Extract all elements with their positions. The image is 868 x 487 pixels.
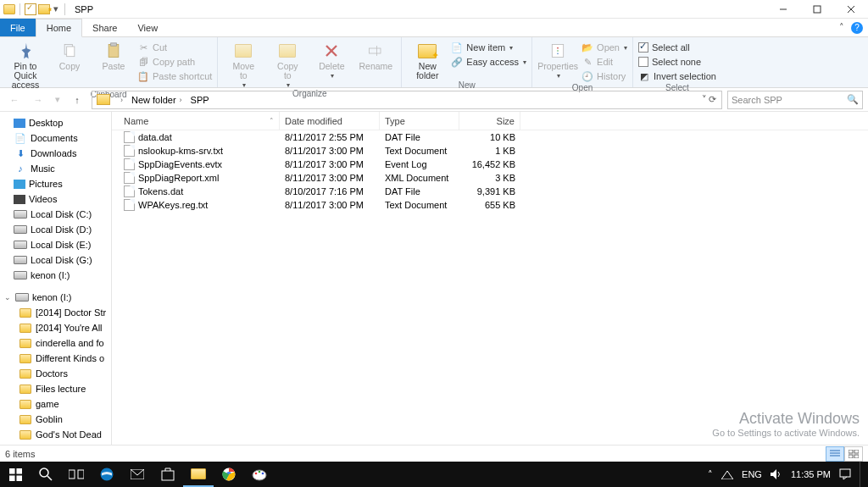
table-row[interactable]: WPAKeys.reg.txt8/11/2017 3:00 PMText Doc… bbox=[119, 198, 868, 212]
history-button[interactable]: 🕘History bbox=[581, 69, 627, 83]
tree-downloads[interactable]: ⬇Downloads bbox=[0, 146, 111, 161]
view-details-button[interactable] bbox=[826, 446, 844, 462]
tree-folder-9[interactable]: God's Not Dead bbox=[0, 427, 111, 442]
qat-properties-icon[interactable]: ✓ bbox=[25, 3, 36, 15]
breadcrumb-seg-1[interactable]: New folder› bbox=[127, 91, 186, 108]
taskbar-explorer-icon[interactable] bbox=[183, 462, 214, 487]
tree-local-disk-d[interactable]: Local Disk (D:) bbox=[0, 222, 111, 237]
rename-button[interactable]: Rename bbox=[355, 39, 396, 71]
tree-folder-6[interactable]: Files lecture bbox=[0, 381, 111, 396]
search-button[interactable] bbox=[31, 462, 61, 487]
tab-file[interactable]: File bbox=[0, 19, 36, 36]
tab-view[interactable]: View bbox=[127, 19, 168, 36]
tray-overflow-icon[interactable]: ˄ bbox=[708, 469, 713, 480]
tree-local-disk-c[interactable]: Local Disk (C:) bbox=[0, 207, 111, 222]
new-item-button[interactable]: 📄New item▾ bbox=[451, 41, 526, 54]
tree-folder-5[interactable]: Doctors bbox=[0, 366, 111, 381]
easy-access-button[interactable]: 🔗Easy access▾ bbox=[451, 55, 526, 69]
table-row[interactable]: nslookup-kms-srv.txt8/11/2017 3:00 PMTex… bbox=[119, 144, 868, 158]
taskbar-edge-icon[interactable] bbox=[92, 462, 122, 487]
file-rows[interactable]: data.dat8/11/2017 2:55 PMDAT File10 KBns… bbox=[112, 130, 868, 445]
paste-button[interactable]: Paste bbox=[93, 39, 134, 71]
tree-videos[interactable]: Videos bbox=[0, 191, 111, 207]
tree-folder-10[interactable]: HEALER bbox=[0, 442, 111, 445]
breadcrumb-seg-2[interactable]: SPP bbox=[186, 91, 214, 108]
tree-folder-4[interactable]: Different Kinds o bbox=[0, 351, 111, 366]
tree-folder-8[interactable]: Goblin bbox=[0, 412, 111, 427]
svg-rect-33 bbox=[162, 471, 174, 480]
chevron-down-icon[interactable]: ⌄ bbox=[3, 293, 12, 302]
taskbar-store-icon[interactable] bbox=[153, 462, 183, 487]
address-dropdown-icon[interactable]: ˅ bbox=[702, 94, 707, 105]
tree-kenon-i[interactable]: kenon (I:) bbox=[0, 268, 111, 283]
tree-local-disk-g[interactable]: Local Disk (G:) bbox=[0, 252, 111, 268]
qat-newfolder-icon[interactable]: * bbox=[38, 4, 50, 14]
tab-home[interactable]: Home bbox=[36, 19, 82, 37]
copy-path-button[interactable]: 🗐Copy path bbox=[137, 55, 212, 69]
column-name[interactable]: Name˄ bbox=[119, 112, 280, 130]
select-all-button[interactable]: Select all bbox=[638, 41, 716, 54]
tree-music[interactable]: ♪Music bbox=[0, 161, 111, 176]
back-button[interactable]: ← bbox=[5, 91, 24, 109]
invert-selection-button[interactable]: ◩Invert selection bbox=[638, 69, 716, 83]
tray-clock[interactable]: 11:35 PM bbox=[791, 469, 831, 479]
tree-local-disk-e[interactable]: Local Disk (E:) bbox=[0, 237, 111, 252]
tree-folder-1[interactable]: [2014] Doctor Str bbox=[0, 305, 111, 320]
tab-share[interactable]: Share bbox=[82, 19, 127, 36]
show-desktop-button[interactable] bbox=[860, 462, 865, 487]
cut-button[interactable]: ✂Cut bbox=[137, 41, 212, 54]
new-folder-button[interactable]: ✦New folder bbox=[407, 39, 448, 80]
tray-volume-icon[interactable] bbox=[771, 469, 782, 479]
task-view-button[interactable] bbox=[61, 462, 92, 487]
tree-folder-7[interactable]: game bbox=[0, 396, 111, 412]
pin-to-quick-access-button[interactable]: Pin to Quick access bbox=[5, 39, 46, 90]
forward-button[interactable]: → bbox=[29, 91, 47, 109]
refresh-icon[interactable]: ⟳ bbox=[709, 94, 716, 105]
table-row[interactable]: SppDiagEvents.evtx8/11/2017 3:00 PMEvent… bbox=[119, 158, 868, 171]
tree-folder-2[interactable]: [2014] You're All bbox=[0, 320, 111, 335]
pictures-icon bbox=[14, 180, 25, 189]
table-row[interactable]: SppDiagReport.xml8/11/2017 3:00 PMXML Do… bbox=[119, 171, 868, 185]
app-icon[interactable] bbox=[3, 4, 15, 14]
close-button[interactable] bbox=[834, 0, 868, 19]
recent-locations-button[interactable]: ▾ bbox=[53, 91, 63, 109]
help-icon[interactable]: ? bbox=[851, 22, 863, 34]
tray-language[interactable]: ENG bbox=[742, 469, 762, 479]
open-button[interactable]: 📂Open▾ bbox=[581, 41, 627, 54]
column-size[interactable]: Size bbox=[459, 112, 520, 130]
column-type[interactable]: Type bbox=[380, 112, 459, 130]
table-row[interactable]: Tokens.dat8/10/2017 7:16 PMDAT File9,391… bbox=[119, 185, 868, 198]
select-none-button[interactable]: Select none bbox=[638, 55, 716, 69]
breadcrumb[interactable]: › New folder› SPP ˅⟳ bbox=[92, 91, 722, 109]
tree-desktop[interactable]: Desktop bbox=[0, 115, 111, 130]
copy-to-button[interactable]: Copy to▾ bbox=[267, 39, 308, 89]
taskbar-chrome-icon[interactable] bbox=[214, 462, 244, 487]
maximize-button[interactable] bbox=[800, 0, 834, 19]
start-button[interactable] bbox=[0, 462, 31, 487]
copy-button[interactable]: Copy bbox=[49, 39, 90, 71]
tree-kenon-i-expanded[interactable]: ⌄kenon (I:) bbox=[0, 290, 111, 305]
minimize-button[interactable] bbox=[766, 0, 800, 19]
tree-documents[interactable]: 📄Documents bbox=[0, 130, 111, 146]
ribbon-collapse-icon[interactable]: ˄ bbox=[839, 22, 844, 33]
paste-shortcut-button[interactable]: 📋Paste shortcut bbox=[137, 69, 212, 83]
breadcrumb-root-chevron[interactable]: › bbox=[113, 91, 127, 108]
table-row[interactable]: data.dat8/11/2017 2:55 PMDAT File10 KB bbox=[119, 130, 868, 144]
delete-button[interactable]: Delete▾ bbox=[311, 39, 352, 80]
navigation-pane[interactable]: Desktop 📄Documents ⬇Downloads ♪Music Pic… bbox=[0, 112, 112, 445]
view-large-icons-button[interactable] bbox=[844, 446, 863, 462]
qat-customize-icon[interactable]: ▾ bbox=[52, 3, 60, 14]
move-to-button[interactable]: Move to▾ bbox=[223, 39, 264, 89]
taskbar-paint-icon[interactable] bbox=[244, 462, 275, 487]
up-button[interactable]: ↑ bbox=[68, 91, 86, 109]
tray-action-center-icon[interactable] bbox=[839, 468, 851, 480]
qat-separator-2 bbox=[64, 3, 65, 15]
edit-button[interactable]: ✎Edit bbox=[581, 55, 627, 69]
tree-folder-3[interactable]: cinderella and fo bbox=[0, 335, 111, 351]
search-input[interactable]: Search SPP 🔍 bbox=[727, 91, 863, 109]
column-date[interactable]: Date modified bbox=[280, 112, 380, 130]
tray-network-icon[interactable] bbox=[721, 469, 733, 479]
properties-button[interactable]: Properties▾ bbox=[537, 39, 578, 80]
tree-pictures[interactable]: Pictures bbox=[0, 176, 111, 191]
taskbar-mail-icon[interactable] bbox=[122, 462, 153, 487]
